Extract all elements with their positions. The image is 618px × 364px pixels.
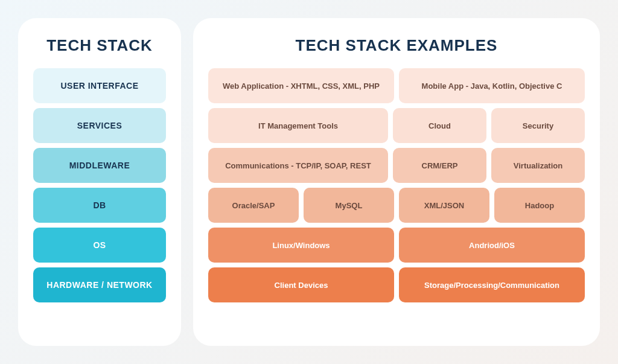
example-row-hardware: Client Devices Storage/Processing/Commun… (208, 267, 585, 302)
example-communications: Communications - TCP/IP, SOAP, REST (208, 148, 388, 183)
layer-middleware: MIDDLEWARE (33, 148, 166, 183)
example-row-middleware: Communications - TCP/IP, SOAP, REST CRM/… (208, 148, 585, 183)
tech-stack-panel: TECH STACK USER INTERFACE SERVICES MIDDL… (18, 18, 181, 346)
example-row-ui: Web Application - XHTML, CSS, XML, PHP M… (208, 68, 585, 103)
example-mysql: MySQL (304, 188, 394, 223)
examples-panel: TECH STACK EXAMPLES Web Application - XH… (193, 18, 600, 346)
example-cloud: Cloud (393, 108, 486, 143)
example-storage-processing: Storage/Processing/Communication (399, 267, 585, 302)
example-linux-windows: Linux/Windows (208, 228, 394, 263)
example-web-app: Web Application - XHTML, CSS, XML, PHP (208, 68, 394, 103)
example-security: Security (491, 108, 585, 143)
tech-stack-title: TECH STACK (33, 36, 166, 55)
example-row-db: Oracle/SAP MySQL XML/JSON Hadoop (208, 188, 585, 223)
layer-user-interface: USER INTERFACE (33, 68, 166, 103)
example-crm-erp: CRM/ERP (393, 148, 486, 183)
example-client-devices: Client Devices (208, 267, 394, 302)
example-row-services: IT Management Tools Cloud Security (208, 108, 585, 143)
layer-services: SERVICES (33, 108, 166, 143)
example-it-management: IT Management Tools (208, 108, 388, 143)
examples-rows: Web Application - XHTML, CSS, XML, PHP M… (208, 68, 585, 302)
example-virtualization: Virtualization (491, 148, 585, 183)
layer-db: DB (33, 188, 166, 223)
layer-os: OS (33, 228, 166, 263)
example-mobile-app: Mobile App - Java, Kotlin, Objective C (399, 68, 585, 103)
layer-hardware-network: HARDWARE / NETWORK (33, 267, 166, 302)
example-hadoop: Hadoop (494, 188, 585, 223)
example-xml-json: XML/JSON (399, 188, 489, 223)
example-oracle-sap: Oracle/SAP (208, 188, 299, 223)
example-row-os: Linux/Windows Andriod/iOS (208, 228, 585, 263)
tech-stack-layers: USER INTERFACE SERVICES MIDDLEWARE DB OS… (33, 68, 166, 302)
examples-title: TECH STACK EXAMPLES (208, 36, 585, 55)
example-android-ios: Andriod/iOS (399, 228, 585, 263)
